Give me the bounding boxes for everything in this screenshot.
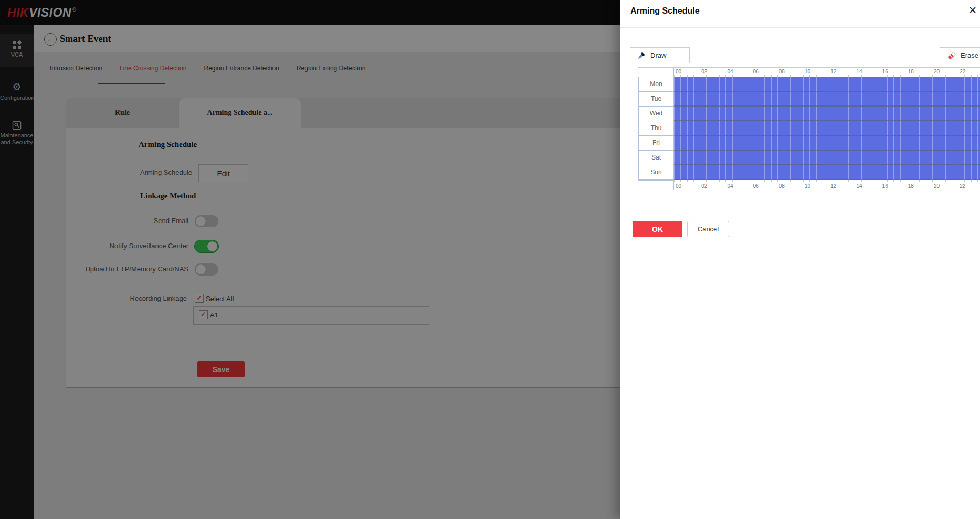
hour-label: 08 bbox=[779, 69, 785, 75]
modal-title: Arming Schedule bbox=[630, 6, 700, 16]
armed-period-bar[interactable] bbox=[674, 77, 980, 92]
grid-corner-cell bbox=[638, 68, 674, 77]
schedule-row-mon: Mon bbox=[638, 77, 980, 92]
schedule-row-fri: Fri bbox=[638, 136, 980, 151]
day-label: Tue bbox=[638, 92, 674, 107]
hour-label: 22 bbox=[960, 183, 965, 189]
hour-label: 02 bbox=[701, 69, 707, 75]
schedule-grid: 000204060810121416182022 MonTueWedThuFri… bbox=[638, 67, 980, 190]
hour-label: 16 bbox=[882, 183, 888, 189]
hour-label: 00 bbox=[676, 69, 681, 75]
erase-button-label: Erase bbox=[961, 51, 978, 59]
day-label: Sun bbox=[638, 165, 674, 180]
schedule-row-sat: Sat bbox=[638, 151, 980, 165]
cancel-button[interactable]: Cancel bbox=[687, 221, 729, 237]
hour-label: 00 bbox=[676, 183, 681, 189]
day-label: Wed bbox=[638, 107, 674, 121]
hour-axis-top: 000204060810121416182022 bbox=[674, 68, 980, 77]
day-label: Sat bbox=[638, 151, 674, 165]
hour-label: 04 bbox=[727, 69, 733, 75]
hour-label: 10 bbox=[805, 69, 810, 75]
hour-label: 18 bbox=[908, 69, 914, 75]
hour-label: 10 bbox=[805, 183, 810, 189]
hour-label: 18 bbox=[908, 183, 914, 189]
draw-pen-icon bbox=[638, 51, 646, 59]
schedule-row-thu: Thu bbox=[638, 121, 980, 136]
schedule-day-rows: MonTueWedThuFriSatSun bbox=[638, 77, 980, 180]
hour-label: 14 bbox=[856, 69, 862, 75]
close-icon[interactable]: ✕ bbox=[968, 4, 977, 16]
hour-label: 06 bbox=[753, 69, 759, 75]
schedule-row-sun: Sun bbox=[638, 165, 980, 180]
eraser-icon bbox=[947, 51, 956, 60]
hour-label: 20 bbox=[934, 183, 940, 189]
arming-schedule-modal: Arming Schedule ✕ Draw Erase 00020406081… bbox=[620, 0, 980, 519]
modal-divider bbox=[620, 27, 980, 28]
schedule-row-tue: Tue bbox=[638, 92, 980, 107]
day-label: Mon bbox=[638, 77, 674, 92]
hour-label: 02 bbox=[701, 183, 707, 189]
schedule-grid-header: 000204060810121416182022 bbox=[638, 68, 980, 77]
armed-period-bar[interactable] bbox=[674, 121, 980, 136]
schedule-row-wed: Wed bbox=[638, 107, 980, 121]
hour-label: 12 bbox=[830, 69, 836, 75]
hour-axis-bottom: 000204060810121416182022 bbox=[674, 180, 980, 190]
hour-label: 16 bbox=[882, 69, 888, 75]
ok-button[interactable]: OK bbox=[633, 221, 682, 237]
armed-period-bar[interactable] bbox=[674, 107, 980, 121]
draw-button-label: Draw bbox=[650, 51, 666, 59]
hour-label: 04 bbox=[727, 183, 733, 189]
hour-label: 06 bbox=[753, 183, 759, 189]
armed-period-bar[interactable] bbox=[674, 136, 980, 151]
hour-label: 12 bbox=[830, 183, 836, 189]
hour-label: 22 bbox=[960, 69, 965, 75]
grid-corner-cell bbox=[638, 180, 674, 190]
hour-label: 20 bbox=[934, 69, 940, 75]
day-label: Fri bbox=[638, 136, 674, 151]
armed-period-bar[interactable] bbox=[674, 92, 980, 107]
schedule-grid-footer: 000204060810121416182022 bbox=[638, 180, 980, 190]
draw-button[interactable]: Draw bbox=[630, 47, 690, 63]
armed-period-bar[interactable] bbox=[674, 151, 980, 165]
day-label: Thu bbox=[638, 121, 674, 136]
armed-period-bar[interactable] bbox=[674, 165, 980, 180]
hour-label: 14 bbox=[856, 183, 862, 189]
hour-label: 08 bbox=[779, 183, 785, 189]
modal-dim-overlay bbox=[0, 0, 620, 519]
erase-button[interactable]: Erase bbox=[940, 47, 980, 63]
